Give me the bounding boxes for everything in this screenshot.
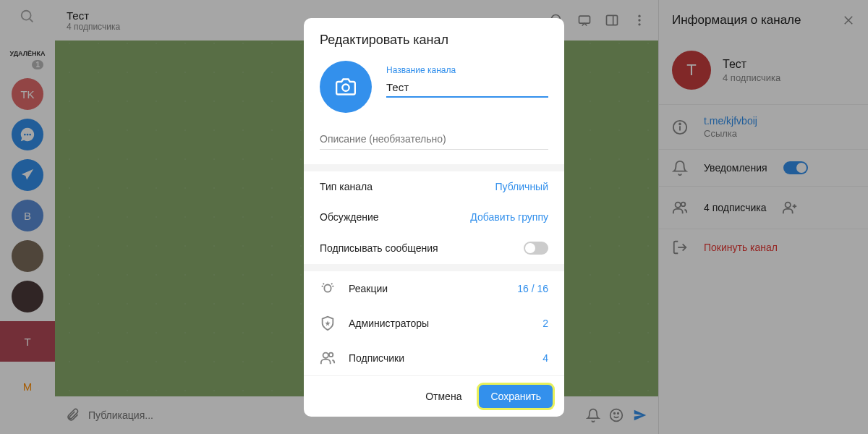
channel-type-row[interactable]: Тип канала Публичный (304, 171, 564, 202)
shield-icon (320, 315, 336, 331)
people-icon (320, 350, 336, 366)
modal-overlay[interactable]: Редактировать канал Название канала Тип … (0, 0, 868, 434)
modal-title: Редактировать канал (304, 18, 564, 58)
discussion-value: Добавить группу (470, 211, 548, 223)
svg-point-27 (342, 84, 349, 90)
name-field-label: Название канала (386, 65, 548, 75)
cancel-button[interactable]: Отмена (414, 385, 473, 408)
admins-label: Администраторы (349, 318, 429, 329)
discussion-label: Обсуждение (320, 211, 379, 223)
sign-messages-toggle[interactable] (524, 242, 548, 255)
edit-channel-modal: Редактировать канал Название канала Тип … (304, 18, 564, 417)
subscribers-modal-count: 4 (542, 352, 548, 364)
channel-photo-button[interactable] (320, 61, 372, 113)
subscribers-modal-row[interactable]: Подписчики 4 (304, 341, 564, 375)
svg-marker-28 (325, 320, 330, 326)
svg-point-30 (329, 352, 333, 357)
admins-count: 2 (542, 318, 548, 329)
svg-point-29 (323, 352, 328, 357)
reactions-label: Реакции (349, 283, 388, 294)
subscribers-label: Подписчики (349, 352, 404, 364)
sign-messages-label: Подписывать сообщения (320, 242, 438, 254)
channel-type-label: Тип канала (320, 181, 373, 192)
description-input[interactable] (320, 129, 548, 150)
camera-icon (336, 77, 356, 97)
reactions-row[interactable]: Реакции 16 / 16 (304, 271, 564, 306)
discussion-row[interactable]: Обсуждение Добавить группу (304, 202, 564, 232)
reactions-count: 16 / 16 (517, 283, 548, 294)
channel-name-input[interactable] (386, 78, 548, 98)
reactions-icon (320, 281, 336, 297)
channel-type-value: Публичный (495, 181, 548, 192)
save-button[interactable]: Сохранить (479, 385, 553, 408)
admins-row[interactable]: Администраторы 2 (304, 306, 564, 341)
sign-messages-row[interactable]: Подписывать сообщения (304, 232, 564, 264)
